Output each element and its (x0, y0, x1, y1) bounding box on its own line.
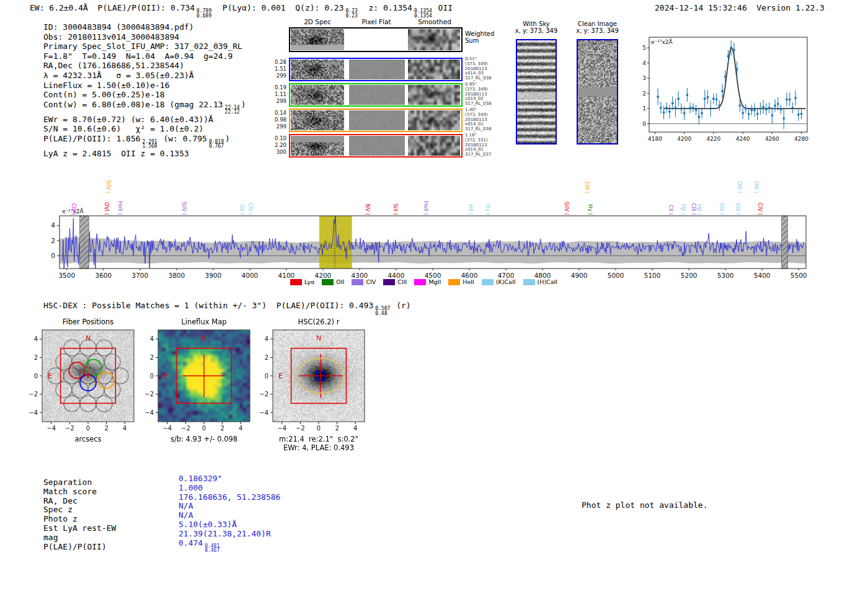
spec2d-left-label: 0.191.11299 (269, 84, 286, 105)
legend-swatch (448, 279, 460, 285)
spec2d-row (289, 134, 463, 158)
lineflux-map-overlay: −4−4−2−2002244NE (138, 324, 270, 440)
text-segment: λ = 4232.31Å σ = 3.05(±0.23)Å (43, 71, 194, 80)
match-value-text: 1.000 (179, 483, 203, 492)
lower-bound: 0.23 (346, 14, 358, 19)
legend-label: Lyα (304, 278, 314, 285)
match-value-text: 5.10(±0.33)Å (179, 520, 237, 529)
summary-line: EW: 6.2±0.4Å P(LAE)/P(OII): 0.7340.7890.… (30, 3, 453, 18)
match-table-value: 1.000 (179, 484, 280, 493)
svg-text:0: 0 (150, 373, 154, 380)
svg-text:2: 2 (51, 237, 55, 244)
info-line: Obs: 20180113v014_3000483894 (43, 32, 246, 42)
north-label: N (86, 334, 91, 342)
spec2d-right-label: 0.95"(373, 349)20180113v014_02317_RL_038 (465, 82, 492, 107)
spec2d-row (289, 83, 463, 107)
uncertainty-range: 0.8190.767 (209, 140, 224, 149)
fiber-circle (56, 381, 72, 398)
svg-text:5300: 5300 (717, 272, 734, 279)
svg-text:−4: −4 (144, 409, 154, 416)
line-label-CIV: CIV ( (757, 203, 763, 215)
line-label-Hγ: Hγ ( (485, 205, 491, 215)
svg-text:0: 0 (51, 252, 55, 259)
svg-text:4240: 4240 (736, 136, 750, 142)
spec2d-noise-image (291, 29, 344, 50)
svg-text:4900: 4900 (571, 272, 588, 279)
spec2d-right-label: 1.16"(372, 331)20180113v014_01317_RL_037 (465, 133, 492, 158)
line-label-SiIV: SiIV ( (181, 202, 187, 215)
text-segment: (w: 0.795 (159, 134, 207, 143)
spec2d-left-label: 0.281.51299 (269, 59, 286, 79)
match-table-value: 5.10(±0.33)Å (179, 520, 280, 530)
match-value-text: 21.39(21.38,21.40)R (179, 529, 271, 538)
info-line: S/N = 10.6(±0.6) χ² = 1.0(±0.2) (43, 124, 246, 134)
svg-text:5100: 5100 (644, 272, 661, 279)
match-value-text: 0.186329" (179, 474, 222, 483)
legend-item: (H)CaII (523, 278, 558, 285)
svg-text:2: 2 (265, 354, 268, 361)
match-table-value: 21.39(21.38,21.40)R (179, 530, 280, 539)
text-segment: z: 0.1354 (359, 3, 412, 12)
uncertainty-range: 0.230.23 (346, 9, 358, 18)
text-segment: LyA z = 2.4815 OII z = 0.1353 (43, 149, 189, 158)
info-line: F=1.8" T=0.149 N=1.04 A=0.94 g=24.9 (43, 51, 246, 61)
smoothed-image (408, 29, 460, 50)
line-label-Hβ: Hβ ( (696, 204, 702, 215)
sky-title-line: Clean Image (561, 20, 634, 27)
pixel-flat-image (349, 136, 405, 156)
line-label-OIII: OIII ( (737, 181, 743, 193)
svg-text:−2: −2 (181, 425, 190, 432)
svg-text:−2: −2 (29, 391, 38, 398)
left-label-line: 0.19 (269, 84, 286, 91)
spec2d-row (289, 109, 463, 132)
legend-swatch (414, 279, 426, 285)
text-segment: Cont(n) = 5.00(±0.25)e-18 (43, 90, 165, 99)
svg-text:0: 0 (202, 425, 206, 432)
uncertainty-range: 0.5070.48 (375, 306, 390, 316)
svg-text:0: 0 (642, 121, 646, 127)
svg-text:4: 4 (123, 425, 126, 432)
fiber-circle (112, 368, 128, 384)
line-label-CIV: CIV ( (247, 203, 254, 215)
info-line: LineFlux = 1.50(±0.10)e-16 (43, 81, 246, 91)
line-label-NV: NV ( (365, 204, 371, 215)
line-label-Hβ: Hβ ( (680, 204, 686, 215)
match-table-label: P(LAE)/P(OII) (43, 543, 116, 552)
line-label-CII: CII ( (668, 205, 674, 215)
with-sky-panel (516, 39, 557, 144)
svg-text:5000: 5000 (608, 272, 624, 279)
match-table-value: 0.4740.4810.467 (179, 539, 280, 553)
main-spectrum-svg: 3500360037003800390040004100420043004400… (37, 164, 837, 288)
left-label-line: 299 (269, 73, 286, 79)
gaussian-fit-curve (664, 47, 806, 109)
left-label-line: 0.98 (269, 117, 286, 123)
svg-text:4280: 4280 (794, 136, 808, 142)
spec2d-right-label: 0.51"(373, 349)20180113v014_03317_RL_038 (465, 57, 492, 81)
uncertainty-range: 22.1422.12 (225, 105, 240, 115)
hsc-cutout-overlay: −4−4−2−2002244NE (253, 324, 384, 440)
smoothed-image (408, 110, 460, 130)
svg-text:2: 2 (642, 91, 646, 97)
info-line: LyA z = 2.4815 OII z = 0.1353 (43, 149, 246, 159)
svg-text:−2: −2 (259, 391, 268, 398)
spec2d-left-label: 0.102.20300 (269, 135, 286, 156)
fiber-positions-caption: arcsecs (22, 435, 154, 443)
match-table-value: N/A (179, 502, 280, 511)
svg-text:−4: −4 (259, 409, 268, 416)
match-value-text: N/A (179, 501, 193, 510)
hsc-cutout-caption: EWr: 4, PLAE: 0.493 (253, 443, 384, 452)
svg-text:4: 4 (642, 60, 646, 66)
info-line: Primary Spec_Slot_IFU_AMP: 317_022_039_R… (43, 42, 246, 51)
lower-bound: 22.12 (225, 110, 240, 115)
left-label-line: 300 (269, 149, 286, 156)
svg-text:2: 2 (335, 425, 339, 432)
pixel-flat-image (349, 85, 405, 105)
lineflux-map: Lineflux Map−4−4−2−2002244NEs/b: 4.93 +/… (138, 316, 270, 453)
hsc-cutout-caption: m:21.4 re:2.1" s:0.2" (253, 435, 384, 443)
match-table-value: 176.168636, 51.238586 (179, 493, 280, 502)
svg-text:3500: 3500 (58, 272, 75, 279)
sky-panel-title: Clean Imagex, y: 373, 349 (561, 20, 634, 34)
info-line: ID: 3000483894 (3000483894.pdf) (43, 22, 246, 32)
legend-item: OII (322, 278, 344, 285)
legend-swatch (383, 279, 395, 285)
